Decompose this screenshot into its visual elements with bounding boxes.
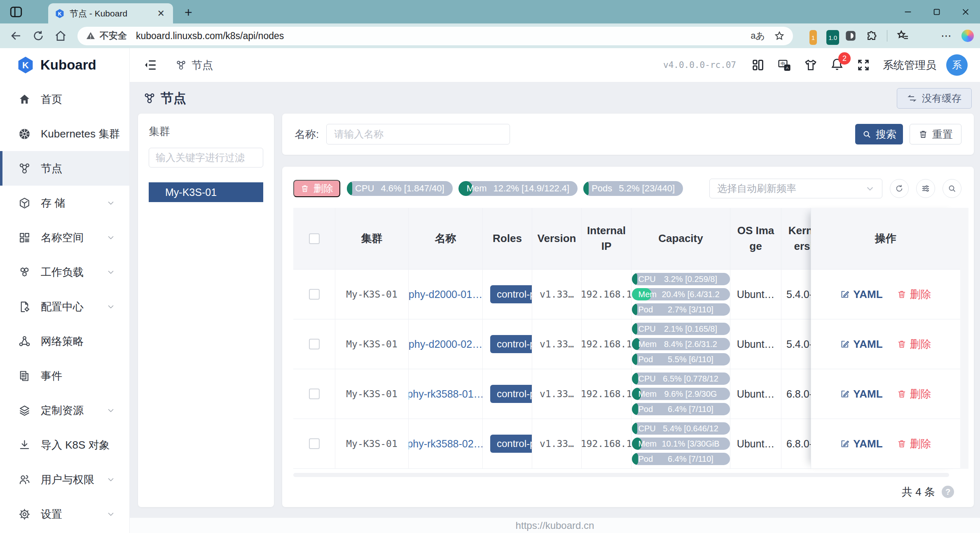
sidebar-item-users[interactable]: 用户与权限	[0, 462, 129, 497]
favorite-star-icon[interactable]	[774, 30, 785, 41]
row-delete-button[interactable]: 删除	[897, 337, 931, 351]
refresh-rate-select[interactable]: 选择自动刷新频率	[709, 179, 882, 198]
cluster-filter-input[interactable]	[149, 148, 263, 168]
browser-menu-icon[interactable]: ⋯	[941, 30, 952, 42]
row-delete-button[interactable]: 删除	[897, 437, 931, 451]
edit-icon	[840, 289, 850, 299]
help-icon[interactable]: ?	[942, 486, 954, 498]
sidebar-item-k8s[interactable]: Kubernetes 集群	[0, 116, 129, 151]
window-minimize-button[interactable]	[893, 0, 922, 23]
table-search-button[interactable]	[943, 179, 961, 198]
user-avatar[interactable]: 系	[946, 54, 968, 76]
extensions-puzzle-icon[interactable]	[865, 30, 878, 42]
yaml-button[interactable]: YAML	[840, 388, 882, 400]
node-name-link[interactable]: phy-d2000-02…	[409, 338, 482, 350]
address-bar[interactable]: 不安全 kuboard.linuxsb.com/k8s/api/nodes aあ	[77, 27, 793, 45]
node-name-link[interactable]: phy-d2000-01…	[409, 289, 482, 300]
reset-button[interactable]: 重置	[910, 124, 961, 144]
tab-close-icon[interactable]: ✕	[156, 8, 166, 19]
fullscreen-icon[interactable]	[856, 58, 870, 72]
column-header[interactable]: Capacity	[632, 208, 730, 270]
yaml-button[interactable]: YAML	[840, 288, 882, 301]
cluster-item-selected[interactable]: My-K3S-01	[149, 182, 263, 202]
window-close-button[interactable]	[951, 0, 980, 23]
kuboard-logo[interactable]: K Kuboard	[0, 48, 129, 82]
row-delete-button[interactable]: 删除	[897, 287, 931, 302]
svg-text:A: A	[786, 65, 789, 70]
sidebar-item-namespace[interactable]: 名称空间	[0, 220, 129, 255]
new-tab-button[interactable]: +	[185, 5, 192, 20]
column-header[interactable]: Roles	[483, 208, 532, 270]
column-header[interactable]: 集群	[335, 208, 409, 270]
edit-icon	[840, 389, 850, 399]
node-name-link[interactable]: phy-rk3588-01…	[409, 388, 483, 400]
extension-dark-icon[interactable]	[845, 30, 856, 42]
sidebar-item-custom[interactable]: 定制资源	[0, 393, 129, 428]
column-header[interactable]: Kernel Version	[781, 208, 811, 270]
row-checkbox[interactable]	[309, 438, 320, 449]
tab-title: 节点 - Kuboard	[70, 8, 156, 19]
column-header[interactable]: 名称	[409, 208, 483, 270]
translate-icon[interactable]: aあ	[751, 30, 765, 42]
sidebar-item-settings[interactable]: 设置	[0, 497, 129, 531]
node-name-link[interactable]: phy-rk3588-02…	[409, 438, 483, 450]
refresh-icon[interactable]	[32, 30, 44, 42]
kuboard-site-link[interactable]: https://kuboard.cn	[516, 520, 594, 531]
sidebar-item-config[interactable]: 配置中心	[0, 289, 129, 324]
search-button[interactable]: 搜索	[855, 124, 903, 144]
favorites-bar-icon[interactable]	[896, 29, 910, 42]
security-label[interactable]: 不安全	[100, 30, 127, 42]
profile-avatar[interactable]	[919, 29, 932, 42]
sidebar-item-storage[interactable]: 存 储	[0, 186, 129, 220]
browser-tab[interactable]: K 节点 - Kuboard ✕	[48, 3, 173, 23]
capacity-badge-cpu: CPU4.6% [1.847/40]	[347, 181, 453, 196]
capacity-badge-mem: Mem12.2% [14.9/122.4]	[458, 181, 578, 196]
no-cache-button[interactable]: 没有缓存	[897, 88, 972, 109]
yaml-button[interactable]: YAML	[840, 338, 882, 351]
sidebar-item-network[interactable]: 网络策略	[0, 324, 129, 358]
row-delete-button[interactable]: 删除	[897, 387, 931, 401]
name-filter-input[interactable]	[326, 124, 510, 144]
trash-icon	[918, 129, 928, 139]
bulk-delete-button[interactable]: 删除	[293, 180, 340, 197]
column-settings-button[interactable]	[916, 179, 935, 198]
nodes-icon	[175, 60, 187, 71]
sidebar-item-nodes[interactable]: 节点	[0, 151, 129, 186]
yaml-button[interactable]: YAML	[840, 438, 882, 450]
column-header[interactable]: OS Image	[730, 208, 781, 270]
copilot-icon[interactable]	[961, 30, 974, 42]
refresh-table-button[interactable]	[890, 179, 909, 198]
column-header[interactable]: Internal IP	[582, 208, 632, 270]
column-header[interactable]: Version	[532, 208, 582, 270]
role-tag: control-plane	[490, 385, 532, 403]
url-text[interactable]: kuboard.linuxsb.com/k8s/api/nodes	[136, 30, 742, 42]
home-icon[interactable]	[54, 30, 67, 42]
sidebar-item-label: 事件	[41, 369, 62, 383]
sidebar-item-import[interactable]: 导入 K8S 对象	[0, 428, 129, 462]
row-checkbox[interactable]	[309, 339, 320, 349]
extension-fox-icon[interactable]: 1.0	[823, 29, 836, 42]
notifications[interactable]: 2	[830, 57, 844, 73]
username[interactable]: 系统管理员	[883, 58, 936, 72]
select-all-cell	[293, 208, 335, 270]
sidebar-item-home[interactable]: 首页	[0, 82, 129, 116]
row-checkbox[interactable]	[309, 389, 320, 399]
horizontal-scrollbar[interactable]	[293, 473, 949, 477]
vertical-scrollbar[interactable]	[960, 208, 968, 469]
workload-icon	[18, 266, 31, 279]
network-icon	[18, 335, 31, 348]
workspaces-icon[interactable]	[9, 5, 23, 19]
window-maximize-button[interactable]	[922, 0, 951, 23]
breadcrumb[interactable]: 节点	[175, 58, 213, 72]
layout-grid-icon[interactable]	[751, 58, 765, 72]
collapse-sidebar-icon[interactable]	[143, 58, 157, 72]
sidebar-item-events[interactable]: 事件	[0, 358, 129, 393]
sidebar-item-workload[interactable]: 工作负载	[0, 255, 129, 289]
row-checkbox[interactable]	[309, 289, 320, 300]
theme-shirt-icon[interactable]	[804, 58, 818, 72]
select-all-checkbox[interactable]	[309, 233, 320, 244]
extension-profile-icon[interactable]: 1	[800, 29, 814, 42]
table-scroll-area[interactable]: 集群名称RolesVersionInternal IPCapacityOS Im…	[293, 208, 811, 469]
language-icon[interactable]: 中A	[777, 58, 791, 72]
back-icon[interactable]	[10, 30, 22, 42]
